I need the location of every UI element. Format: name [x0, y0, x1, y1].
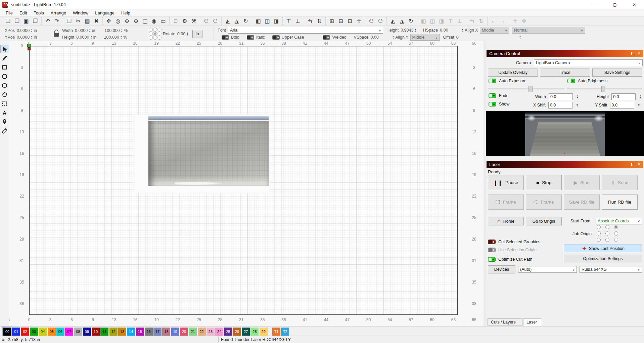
- pause-button[interactable]: ❙❙Pause: [488, 175, 524, 190]
- go-to-origin-button[interactable]: Go to Origin: [526, 217, 562, 225]
- frame-circle-button[interactable]: Frame: [526, 195, 562, 210]
- overlay-height-field[interactable]: 0.0: [611, 93, 636, 100]
- save-rd-file-button[interactable]: Save RD file: [564, 195, 600, 210]
- send-button[interactable]: ⇧Send: [602, 175, 638, 190]
- hspace-value[interactable]: 0.00: [440, 28, 448, 33]
- camera-panel-titlebar[interactable]: Camera Control ✕: [487, 50, 643, 57]
- scale-y-value[interactable]: 100.000: [104, 35, 119, 40]
- y-shift-spinner[interactable]: ▲▼: [638, 103, 640, 107]
- cut-selected-toggle[interactable]: [488, 240, 496, 244]
- mirror-vertical-2-icon[interactable]: ◮: [398, 17, 406, 25]
- redo-icon[interactable]: ↷: [52, 17, 61, 25]
- x-shift-spinner[interactable]: ▲▼: [576, 103, 578, 107]
- order-tool-icon[interactable]: ⊡: [346, 17, 354, 25]
- frame-rect-button[interactable]: Frame: [488, 195, 524, 210]
- palette-swatch-00[interactable]: 00: [3, 328, 11, 336]
- new-file-icon[interactable]: ❏: [4, 17, 12, 25]
- device-name-combo[interactable]: Ruida 644XG∨: [580, 266, 642, 273]
- undo-icon[interactable]: ↶: [43, 17, 52, 25]
- edit-nodes-tool[interactable]: [0, 90, 8, 98]
- canvas-workspace[interactable]: 0369131619222528313538414447505457606303…: [9, 41, 484, 326]
- mirror-horizontal-icon[interactable]: ◭: [223, 17, 232, 25]
- distribute-v-2-icon[interactable]: ⇅: [477, 17, 486, 25]
- palette-swatch-13[interactable]: 13: [118, 328, 126, 336]
- italic-toggle[interactable]: [247, 35, 254, 40]
- palette-swatch-16[interactable]: 16: [145, 328, 153, 336]
- align-right-icon[interactable]: ◨: [272, 17, 281, 25]
- palette-swatch-05[interactable]: 05: [48, 328, 56, 336]
- minimize-window-button[interactable]: —: [586, 0, 605, 9]
- job-origin-radio-6[interactable]: [597, 238, 601, 242]
- menu-edit[interactable]: Edit: [16, 10, 30, 16]
- vspace-value[interactable]: 0.00: [370, 35, 378, 40]
- job-origin-radio-4[interactable]: [605, 231, 609, 235]
- mirror-vertical-icon[interactable]: ◮: [232, 17, 241, 25]
- align-left-2-icon[interactable]: ◧: [419, 17, 428, 25]
- vspace-spinner[interactable]: ▲▼: [392, 35, 394, 39]
- import-file-icon[interactable]: ❐: [31, 17, 40, 25]
- mirror-horizontal-2-icon[interactable]: ◭: [388, 17, 397, 25]
- open-file-icon[interactable]: ❒: [13, 17, 21, 25]
- move-laser-to-origin-icon[interactable]: ✜: [520, 17, 528, 25]
- overlay-width-spinner[interactable]: ▲▼: [577, 95, 579, 99]
- y-shift-field[interactable]: 0.0: [610, 102, 634, 109]
- dock-splitter[interactable]: [484, 41, 486, 326]
- pan-icon[interactable]: ✥: [104, 17, 113, 25]
- palette-swatch-27[interactable]: 27: [242, 328, 250, 336]
- camera-capture-icon[interactable]: ◉: [150, 17, 158, 25]
- align-right-2-icon[interactable]: ◨: [437, 17, 446, 25]
- palette-swatch-11[interactable]: 11: [100, 328, 108, 336]
- align-center-h-2-icon[interactable]: ◫: [428, 17, 437, 25]
- scale-x-spinner[interactable]: ▲▼: [121, 29, 123, 33]
- align-top-2-icon[interactable]: ⊤: [446, 17, 455, 25]
- start-button[interactable]: ▶Start: [564, 175, 600, 190]
- ellipse-tool[interactable]: [0, 72, 8, 80]
- float-laser-panel-icon[interactable]: [631, 163, 634, 166]
- cut-icon[interactable]: ✂: [74, 17, 83, 25]
- show-overlay-toggle[interactable]: [489, 102, 496, 106]
- push-to-back-icon[interactable]: ⊟: [336, 17, 345, 25]
- nudge-tool-icon[interactable]: ✛: [355, 17, 363, 25]
- laser-panel-titlebar[interactable]: Laser ✕: [487, 161, 643, 168]
- group-selection-2-icon[interactable]: ⚇: [367, 17, 376, 25]
- overlay-height-spinner[interactable]: ▲▼: [639, 95, 641, 99]
- palette-swatch-15[interactable]: 15: [136, 328, 144, 336]
- palette-swatch-29[interactable]: 29: [260, 328, 268, 336]
- device-port-combo[interactable]: (Auto)∨: [518, 266, 577, 273]
- position-laser-tool[interactable]: [0, 118, 8, 126]
- group-selection-icon[interactable]: ⚇: [202, 17, 211, 25]
- palette-swatch-08[interactable]: 08: [74, 328, 82, 336]
- lock-aspect-icon[interactable]: [54, 30, 59, 37]
- palette-swatch-22[interactable]: 22: [198, 328, 206, 336]
- text-tool[interactable]: A: [0, 109, 8, 117]
- menu-window[interactable]: Window: [70, 10, 91, 16]
- palette-swatch-21[interactable]: 21: [189, 328, 197, 336]
- align-bottom-icon[interactable]: ⊥: [293, 17, 302, 25]
- offset-spinner[interactable]: ▲▼: [519, 35, 521, 39]
- auto-exposure-toggle[interactable]: [489, 79, 496, 83]
- rotate-90-icon[interactable]: ↻: [241, 17, 250, 25]
- distribute-h-2-icon[interactable]: ⇆: [468, 17, 476, 25]
- xpos-spinner[interactable]: ▲▼: [31, 29, 33, 33]
- copy-icon[interactable]: ❑: [65, 17, 74, 25]
- paste-icon[interactable]: ▤: [83, 17, 92, 25]
- rectangle-tool[interactable]: [0, 63, 8, 71]
- job-origin-radio-7[interactable]: [605, 238, 609, 242]
- palette-swatch-25[interactable]: 25: [224, 328, 232, 336]
- shape-properties-icon[interactable]: □: [171, 17, 180, 25]
- push-to-front-icon[interactable]: ⊞: [327, 17, 336, 25]
- menu-help[interactable]: Help: [118, 10, 133, 16]
- palette-swatch-28[interactable]: 28: [250, 328, 259, 336]
- menu-arrange[interactable]: Arrange: [48, 10, 69, 16]
- zoom-in-icon[interactable]: ⊕: [123, 17, 131, 25]
- palette-swatch-14[interactable]: 14: [127, 328, 135, 336]
- dock-tab-laser[interactable]: Laser: [523, 318, 541, 326]
- font-height-spinner[interactable]: ▲▼: [414, 28, 416, 32]
- palette-swatch-10[interactable]: 10: [92, 328, 100, 336]
- optimization-settings-button[interactable]: Optimization Settings: [564, 255, 642, 262]
- show-last-position-button[interactable]: -✚-Show Last Position: [564, 245, 642, 252]
- move-laser-to-position-icon[interactable]: ✛: [511, 17, 519, 25]
- palette-swatch-06[interactable]: 06: [56, 328, 64, 336]
- xpos-value[interactable]: 0.0000: [17, 28, 30, 33]
- preview-window-icon[interactable]: ▭: [159, 17, 168, 25]
